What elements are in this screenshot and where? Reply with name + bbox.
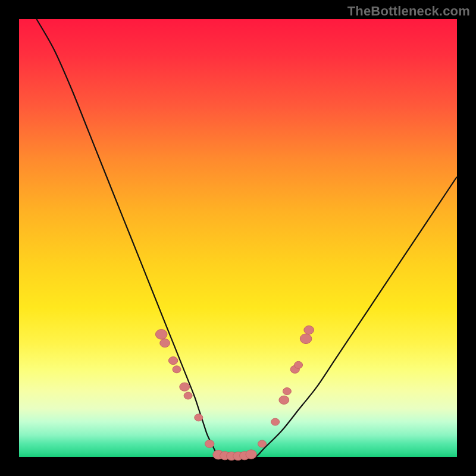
plot-area [19,19,457,457]
curve-markers [155,326,314,461]
curve-marker [295,361,303,368]
curve-marker [258,440,267,447]
curve-marker [173,366,181,373]
curve-marker [279,396,289,404]
curve-marker [304,326,314,334]
curve-marker [168,357,177,365]
curve-marker [155,330,167,340]
curve-marker [195,414,203,421]
curve-marker [205,440,214,447]
watermark-text: TheBottleneck.com [347,4,470,19]
curve-marker [246,450,256,459]
curve-layer [19,19,457,457]
curve-marker [271,418,280,425]
bottleneck-curve [36,19,457,458]
chart-frame: TheBottleneck.com [0,0,476,476]
curve-marker [160,339,170,347]
curve-marker [184,392,192,399]
curve-marker [300,334,312,344]
curve-marker [283,388,291,395]
curve-marker [180,383,190,391]
